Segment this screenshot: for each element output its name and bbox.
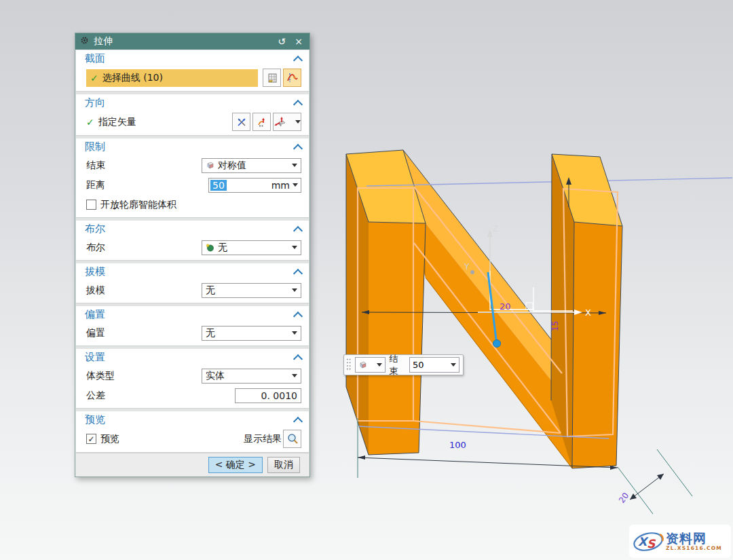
application-viewport: 100 20 Z X Y 20 [0, 0, 733, 560]
chevron-up-icon[interactable] [293, 55, 303, 64]
open-profile-checkbox[interactable] [86, 200, 96, 210]
ok-button[interactable]: < 确定 > [208, 457, 263, 473]
body-type-value: 实体 [206, 370, 288, 382]
axis-y-label: Y [464, 262, 470, 272]
section-draft: 拔模 拔模 无 [76, 263, 309, 303]
boolean-select[interactable]: 无 [202, 240, 301, 255]
section-header[interactable]: 截面 [76, 50, 309, 67]
onscreen-input-toolbar[interactable]: 结束 50 [343, 354, 464, 375]
show-result-button[interactable] [283, 430, 301, 448]
boolean-label: 布尔 [86, 242, 105, 254]
caret-down-icon[interactable] [292, 331, 297, 335]
symmetric-cube-icon [206, 161, 214, 170]
section-settings: 设置 体类型 实体 公差 0. 0010 [76, 349, 309, 409]
distance-value: 50 [210, 180, 227, 191]
section-limits: 限制 结束 对称值 距离 50 mm [76, 138, 309, 218]
draft-label: 拔模 [86, 284, 105, 297]
caret-down-icon[interactable] [292, 164, 297, 167]
section-section: 截面 ✓ 选择曲线 (10) [76, 50, 309, 92]
end-condition-value: 对称值 [218, 160, 288, 172]
specify-vector-label: 指定矢量 [98, 116, 136, 128]
select-curve-field[interactable]: ✓ 选择曲线 (10) [86, 69, 258, 87]
offset-header[interactable]: 偏置 [76, 306, 309, 323]
caret-down-icon[interactable] [292, 288, 297, 292]
dimension-depth[interactable]: 20 [617, 449, 692, 514]
close-icon[interactable]: × [293, 35, 305, 48]
section-offset: 偏置 偏置 无 [76, 306, 309, 346]
boolean-value: 无 [218, 242, 288, 254]
caret-down-icon[interactable] [377, 363, 382, 367]
extrude-dialog: 拉伸 ↺ × 截面 ✓ 选择曲线 (10) [75, 33, 310, 477]
symmetric-cube-icon [358, 360, 367, 369]
direction-header[interactable]: 方向 [76, 94, 309, 111]
watermark-name: 资料网 [666, 531, 722, 545]
vector-constructor-button[interactable] [273, 113, 301, 131]
specify-vector-row: ✓ 指定矢量 [76, 111, 309, 132]
body-type-select[interactable]: 实体 [202, 369, 301, 384]
boolean-header[interactable]: 布尔 [76, 221, 309, 238]
end-option-select[interactable] [355, 357, 386, 373]
offset-select[interactable]: 无 [202, 326, 301, 341]
draft-header[interactable]: 拔模 [76, 263, 309, 280]
cancel-button[interactable]: 取消 [267, 457, 300, 473]
check-icon: ✓ [90, 73, 98, 83]
dialog-body: 截面 ✓ 选择曲线 (10) [75, 50, 309, 477]
svg-text:S: S [647, 537, 656, 550]
mini-end-value: 50 [413, 360, 424, 370]
caret-down-icon[interactable] [293, 183, 298, 187]
inferred-vector-button[interactable] [232, 113, 250, 131]
boolean-none-icon [206, 243, 214, 252]
distance-input[interactable]: 50 mm [208, 178, 301, 193]
dim-depth-label: 20 [617, 491, 631, 505]
select-curve-label: 选择曲线 (10) [102, 72, 163, 84]
section-boolean: 布尔 布尔 无 [76, 221, 309, 261]
mini-end-label: 结束 [389, 353, 406, 377]
preview-checkbox[interactable]: ✓ [86, 434, 96, 444]
dialog-titlebar[interactable]: 拉伸 ↺ × [75, 33, 309, 50]
chevron-up-icon[interactable] [293, 225, 303, 235]
dim-width-label: 100 [449, 440, 466, 450]
preview-header[interactable]: 预览 [76, 411, 309, 428]
limits-header[interactable]: 限制 [76, 138, 309, 155]
dim-side-label[interactable]: 15 [550, 321, 560, 331]
watermark: X S 资料网 ZL.XS1616.COM [629, 525, 731, 558]
section-preview: 预览 ✓ 预览 显示结果 [76, 411, 309, 453]
chevron-up-icon[interactable] [293, 143, 303, 153]
vector-dialog-button[interactable] [252, 113, 271, 131]
sketch-section-button[interactable] [263, 69, 281, 87]
magnifier-icon [286, 433, 299, 445]
caret-down-icon[interactable] [295, 120, 301, 124]
chevron-up-icon[interactable] [293, 311, 303, 320]
distance-unit[interactable]: mm [271, 180, 293, 191]
reset-icon[interactable]: ↺ [276, 35, 288, 48]
dim-thickness-label[interactable]: 20 [500, 301, 511, 312]
select-curve-row: ✓ 选择曲线 (10) [76, 67, 309, 88]
chevron-up-icon[interactable] [293, 99, 303, 109]
offset-value: 无 [206, 327, 288, 339]
n-model-diagonal[interactable] [403, 150, 573, 468]
caret-down-icon[interactable] [292, 246, 297, 249]
tolerance-label: 公差 [86, 390, 105, 402]
drag-handle[interactable] [346, 358, 352, 373]
watermark-logo-icon: X S [633, 530, 664, 553]
chevron-up-icon[interactable] [293, 354, 303, 363]
chevron-up-icon[interactable] [293, 416, 303, 426]
section-direction: 方向 ✓ 指定矢量 [76, 94, 309, 136]
curve-select-button[interactable] [283, 69, 301, 87]
show-result-label: 显示结果 [244, 433, 282, 445]
offset-label: 偏置 [86, 327, 105, 339]
check-icon: ✓ [86, 117, 94, 128]
draft-select[interactable]: 无 [202, 283, 301, 298]
gear-icon[interactable] [80, 36, 89, 47]
chevron-up-icon[interactable] [293, 268, 303, 278]
mini-end-value-input[interactable]: 50 [409, 357, 459, 373]
dialog-footer: < 确定 > 取消 [76, 453, 309, 477]
end-condition-select[interactable]: 对称值 [202, 158, 301, 173]
draft-value: 无 [206, 284, 288, 297]
tolerance-input[interactable]: 0. 0010 [235, 388, 301, 403]
settings-header[interactable]: 设置 [76, 349, 309, 366]
caret-down-icon[interactable] [451, 363, 456, 367]
caret-down-icon[interactable] [292, 374, 297, 377]
preview-label: 预览 [100, 433, 119, 445]
open-profile-label: 开放轮廓智能体积 [100, 199, 176, 211]
